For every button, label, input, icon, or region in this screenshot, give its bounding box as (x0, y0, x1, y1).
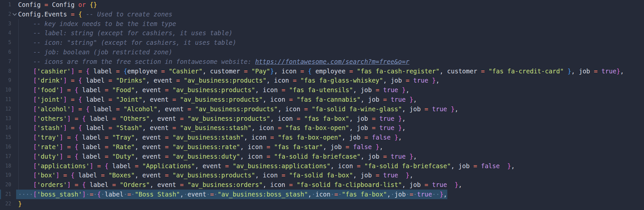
token-id: job (349, 134, 364, 141)
line-number[interactable]: 9 (0, 76, 11, 85)
token-op: = (101, 171, 109, 179)
code-line-selected[interactable]: 21····['boss_stash']·=·{·label·=·"Boss S… (0, 190, 644, 199)
token-sp (406, 96, 409, 103)
token-punct: , (387, 191, 390, 198)
line-number[interactable]: 7 (0, 57, 11, 66)
code-text[interactable]: -- icon: "string" (except for cashiers, … (18, 38, 236, 47)
code-line[interactable]: 15 ['tray'] = { label = "Tray", event = … (0, 133, 644, 142)
code-text[interactable]: } (18, 199, 22, 209)
code-line[interactable]: 19 ['box'] = { label = "Boxes", event = … (0, 171, 644, 180)
code-line[interactable]: 7 -- icons are from the free section in … (0, 57, 644, 66)
code-line[interactable]: 3 -- key index needs to be the item type (0, 19, 644, 29)
line-number[interactable]: 20 (0, 180, 11, 190)
token-b2: } (394, 134, 398, 141)
code-text[interactable]: ['orders'] = { label = "Orders", event =… (18, 180, 462, 190)
code-line[interactable]: 6 -- job: boolean (job restricted zone) (0, 47, 644, 57)
token-sp (18, 96, 33, 103)
code-text[interactable]: ['alcohol'] = { label = "Alcohol", event… (18, 104, 458, 114)
code-text[interactable]: Config = Config or {} (18, 0, 97, 10)
code-line[interactable]: 17 ['duty'] = { label = "Duty", event = … (0, 152, 644, 161)
code-line[interactable]: 12 ['alcohol'] = { label = "Alcohol", ev… (0, 104, 644, 114)
line-number[interactable]: 8 (0, 66, 11, 76)
code-text[interactable]: ['drink'] = { label = "Drinks", event = … (18, 76, 439, 85)
token-op: = (187, 105, 195, 113)
code-line[interactable]: 14 ['stash'] = { label = "Stash", event … (0, 123, 644, 133)
line-number[interactable]: 15 (0, 133, 11, 142)
code-line[interactable]: 5 -- icon: "string" (except for cashiers… (0, 38, 644, 47)
token-op: = (105, 134, 112, 141)
token-id: customer (447, 67, 481, 75)
line-number[interactable]: 12 (0, 104, 11, 114)
token-punct: , (157, 105, 165, 113)
line-number[interactable]: 19 (0, 171, 11, 180)
token-str: "Alcohol" (123, 105, 157, 113)
line-number[interactable]: 11 (0, 95, 11, 104)
code-text[interactable]: ['stash'] = { label = "Stash", event = "… (18, 123, 406, 133)
code-text[interactable]: ['cashier'] = { label = {employee = "Cas… (18, 66, 624, 76)
code-text[interactable]: -- icons are from the free section in fo… (18, 57, 409, 66)
token-id: job (394, 191, 406, 198)
token-b2: } (440, 191, 443, 198)
code-text[interactable]: ['rate'] = { label = "Rate", event = "av… (18, 142, 383, 152)
code-line[interactable]: 2Config.Events = { -- Used to create zon… (0, 10, 644, 19)
token-str: "fas fa-box" (304, 115, 349, 122)
token-str: "Rate" (112, 143, 135, 150)
code-text[interactable]: ['joint'] = { label = "Joint", event = "… (18, 95, 417, 104)
code-line[interactable]: 4 -- label: string (except for cashiers,… (0, 28, 644, 38)
token-str: "av_business:products" (195, 105, 278, 113)
line-number[interactable]: 5 (0, 38, 11, 47)
line-number[interactable]: 17 (0, 152, 11, 161)
code-text[interactable]: -- key index needs to be the item type (18, 19, 176, 29)
code-line[interactable]: 9 ['drink'] = { label = "Drinks", event … (0, 76, 644, 85)
code-text[interactable]: ['box'] = { label = "Boxes", event = "av… (18, 171, 413, 180)
token-ws: · (131, 191, 135, 198)
fold-chevron-column[interactable] (11, 10, 18, 19)
code-text[interactable]: ['food'] = { label = "Food", event = "av… (18, 85, 409, 95)
chevron-down-icon[interactable] (12, 12, 17, 16)
code-line[interactable]: 20 ['orders'] = { label = "Orders", even… (0, 180, 644, 190)
code-line[interactable]: 16 ['rate'] = { label = "Rate", event = … (0, 142, 644, 152)
line-number[interactable]: 1 (0, 0, 11, 10)
code-line[interactable]: 23 (0, 209, 644, 210)
code-line[interactable]: 22} (0, 199, 644, 209)
line-number[interactable]: 16 (0, 142, 11, 152)
line-number[interactable]: 23 (0, 209, 11, 210)
code-line[interactable]: 1Config = Config or {} (0, 0, 644, 10)
code-line[interactable]: 13 ['others'] = { label = "Others", even… (0, 114, 644, 123)
code-text[interactable]: ····['boss_stash']·=·{·label·=·"Boss Sta… (18, 190, 447, 199)
code-text[interactable]: ['applications'] = { label = "Applicatio… (18, 161, 515, 171)
token-id: job (360, 171, 376, 179)
code-text[interactable]: ['others'] = { label = "Others", event =… (18, 114, 406, 123)
code-line[interactable]: 10 ['food'] = { label = "Food", event = … (0, 85, 644, 95)
code-text[interactable]: ['duty'] = { label = "Duty", event = "av… (18, 152, 417, 161)
code-line[interactable]: 11 ['joint'] = { label = "Joint", event … (0, 95, 644, 104)
token-punct: , (331, 162, 338, 170)
code-line[interactable]: 8 ['cashier'] = { label = {employee = "C… (0, 66, 644, 76)
line-number[interactable]: 10 (0, 85, 11, 95)
code-text[interactable]: Config.Events = { -- Used to create zone… (18, 10, 172, 19)
token-id: label (89, 105, 116, 113)
line-number[interactable]: 22 (0, 199, 11, 209)
token-ws: ·· (432, 191, 440, 198)
token-sp (500, 162, 507, 170)
token-punct: , (360, 153, 368, 160)
code-text[interactable]: ['tray'] = { label = "Tray", event = "av… (18, 133, 402, 142)
token-b3: { (308, 67, 311, 75)
token-punct: , (571, 67, 579, 75)
token-b2: } (398, 124, 402, 131)
line-number[interactable]: 13 (0, 114, 11, 123)
line-number[interactable]: 14 (0, 123, 11, 133)
line-number[interactable]: 3 (0, 19, 11, 29)
line-number[interactable]: 18 (0, 161, 11, 171)
token-bool: true (383, 86, 398, 93)
code-editor[interactable]: 1Config = Config or {}2Config.Events = {… (0, 0, 644, 210)
code-line[interactable]: 18 ['applications'] = { label = "Applica… (0, 161, 644, 171)
line-number[interactable]: 2 (0, 10, 11, 19)
line-number[interactable]: 21 (0, 190, 11, 199)
code-text[interactable]: -- label: string (except for cashiers, i… (18, 28, 233, 38)
line-number[interactable]: 6 (0, 47, 11, 57)
token-punct: , (353, 171, 360, 179)
code-text[interactable]: -- job: boolean (job restricted zone) (18, 47, 172, 57)
token-op: = (180, 181, 187, 188)
line-number[interactable]: 4 (0, 28, 11, 38)
